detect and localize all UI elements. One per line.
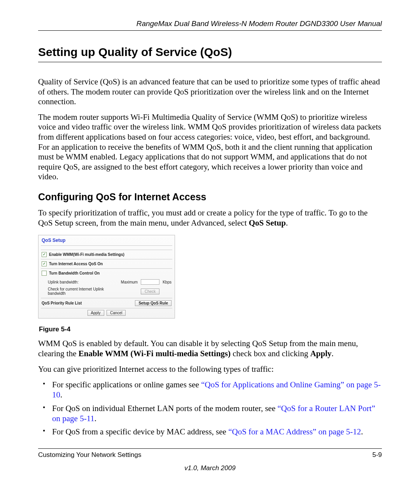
apply-button[interactable]: Apply <box>88 310 104 316</box>
qos-rule-list-label: QoS Priority Rule List <box>42 301 82 305</box>
text: For QoS on individual Ethernet LAN ports… <box>52 404 277 413</box>
figure-caption: Figure 5-4 <box>39 326 382 333</box>
text: . <box>332 349 334 358</box>
bandwidth-grid: Uplink bandwidth: Maximum Kbps Check for… <box>38 278 175 298</box>
qos-setup-title: QoS Setup <box>38 235 175 245</box>
turn-internet-qos-row: ✓ Turn Internet Access QoS On <box>38 259 175 268</box>
list-item: For QoS on individual Ethernet LAN ports… <box>38 403 382 424</box>
uplink-bandwidth-input[interactable] <box>141 279 159 285</box>
text: For QoS from a specific device by MAC ad… <box>52 427 228 436</box>
list-item: For QoS from a specific device by MAC ad… <box>38 427 382 437</box>
text: For specific applications or online game… <box>52 380 201 389</box>
text: . <box>361 427 363 436</box>
cancel-button[interactable]: Cancel <box>107 310 126 316</box>
post-figure-para-1: WMM QoS is enabled by default. You can d… <box>38 339 382 359</box>
turn-bandwidth-label: Turn Bandwidth Control On <box>49 271 100 275</box>
running-header: RangeMax Dual Band Wireless-N Modem Rout… <box>38 19 382 31</box>
subsection-title: Configuring QoS for Internet Access <box>38 191 382 203</box>
apply-bold: Apply <box>310 349 332 358</box>
turn-bandwidth-row: ✓ Turn Bandwidth Control On <box>38 269 175 278</box>
page-footer: Customizing Your Network Settings 5-9 <box>38 448 382 459</box>
enable-wmm-bold: Enable WMM (Wi-Fi multi-media Settings) <box>79 349 231 358</box>
post-figure-para-2: You can give prioritized Internet access… <box>38 364 382 374</box>
text: To specify prioritization of traffic, yo… <box>38 208 368 228</box>
enable-wmm-row: ✓ Enable WMM(Wi-Fi multi-media Settings) <box>38 250 175 259</box>
enable-wmm-label: Enable WMM(Wi-Fi multi-media Settings) <box>49 252 124 257</box>
turn-internet-qos-label: Turn Internet Access QoS On <box>49 262 103 266</box>
turn-internet-qos-checkbox[interactable]: ✓ <box>42 261 47 266</box>
uplink-bandwidth-label: Uplink bandwidth: <box>48 280 118 284</box>
turn-bandwidth-checkbox[interactable]: ✓ <box>42 271 47 276</box>
footer-page-number: 5-9 <box>372 451 382 459</box>
text: . <box>94 414 96 423</box>
footer-version: v1.0, March 2009 <box>38 464 382 472</box>
figure-5-4: QoS Setup ✓ Enable WMM(Wi-Fi multi-media… <box>38 235 382 333</box>
enable-wmm-checkbox[interactable]: ✓ <box>42 252 47 257</box>
qos-footer-buttons: Apply Cancel <box>38 308 175 318</box>
uplink-kbps-label: Kbps <box>163 280 172 284</box>
uplink-maximum-label: Maximum <box>121 280 138 284</box>
qos-rule-list-row: QoS Priority Rule List Setup QoS Rule <box>38 298 175 308</box>
setup-qos-rule-button[interactable]: Setup QoS Rule <box>135 300 172 306</box>
list-item: For specific applications or online game… <box>38 380 382 400</box>
text: . <box>60 390 62 399</box>
footer-section-title: Customizing Your Network Settings <box>38 451 142 459</box>
text: . <box>286 218 288 228</box>
subsection-para-1: To specify prioritization of traffic, yo… <box>38 208 382 228</box>
qos-setup-panel: QoS Setup ✓ Enable WMM(Wi-Fi multi-media… <box>38 235 175 318</box>
traffic-types-list: For specific applications or online game… <box>38 380 382 437</box>
check-button[interactable]: Check <box>141 289 159 294</box>
section-para-1: Quality of Service (QoS) is an advanced … <box>38 77 382 107</box>
qos-setup-bold: QoS Setup <box>249 218 286 228</box>
check-uplink-label: Check for current Internet Uplink bandwi… <box>48 287 118 296</box>
manual-page: RangeMax Dual Band Wireless-N Modem Rout… <box>0 0 420 484</box>
section-title: Setting up Quality of Service (QoS) <box>38 46 382 62</box>
section-para-2: The modem router supports Wi-Fi Multimed… <box>38 112 382 182</box>
link-qos-mac-address[interactable]: “QoS for a MAC Address” on page 5-12 <box>228 427 361 436</box>
text: check box and clicking <box>231 349 310 358</box>
